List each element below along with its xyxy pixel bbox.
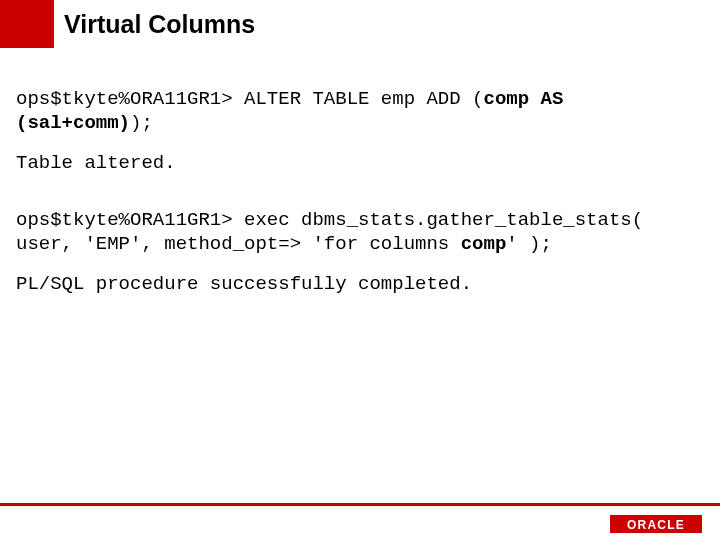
header-red-tab [0, 0, 54, 48]
code-text: ); [130, 112, 153, 134]
code-text: ' ); [506, 233, 552, 255]
oracle-logo: ORACLE [610, 514, 702, 534]
code-block-3: ops$tkyte%ORA11GR1> exec dbms_stats.gath… [16, 209, 704, 257]
slide-content: ops$tkyte%ORA11GR1> ALTER TABLE emp ADD … [16, 88, 704, 313]
code-block-2: Table altered. [16, 152, 704, 176]
oracle-logo-text: ORACLE [627, 518, 685, 532]
code-block-4: PL/SQL procedure successfully completed. [16, 273, 704, 297]
code-bold: comp [461, 233, 507, 255]
footer-divider [0, 503, 720, 506]
code-text: ops$tkyte%ORA11GR1> ALTER TABLE emp ADD … [16, 88, 483, 110]
code-block-1: ops$tkyte%ORA11GR1> ALTER TABLE emp ADD … [16, 88, 704, 136]
slide-title: Virtual Columns [64, 10, 255, 39]
